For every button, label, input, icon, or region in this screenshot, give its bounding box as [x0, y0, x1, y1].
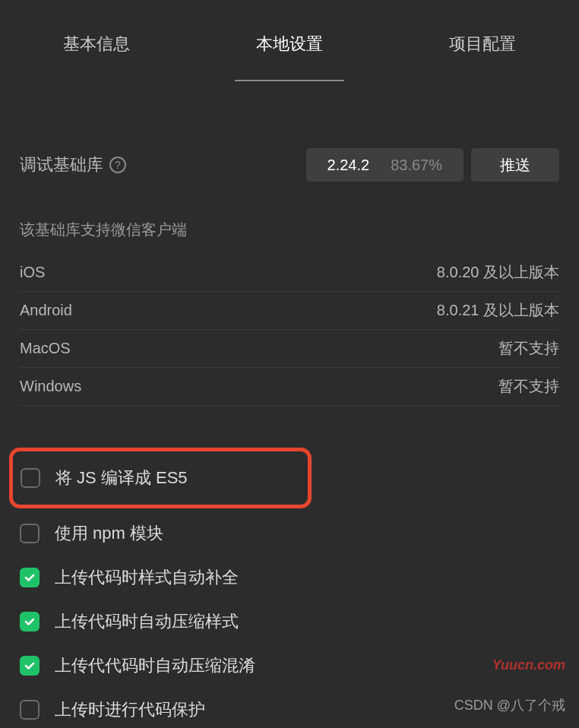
- watermark-author: CSDN @八了个戒: [454, 696, 565, 714]
- compile-options: 将 JS 编译成 ES5 使用 npm 模块 上传代码时样式自动补全 上传代码时…: [0, 448, 579, 728]
- option-row: 上传代码时自动压缩样式: [20, 600, 559, 644]
- platform-value: 8.0.21 及以上版本: [437, 300, 559, 321]
- support-row-macos: MacOS 暂不支持: [20, 330, 559, 368]
- checkbox-auto-compress-style[interactable]: [20, 612, 40, 631]
- watermark-site: Yuucn.com: [492, 657, 565, 673]
- debug-row: 调试基础库 ? 2.24.2 83.67% 推送: [20, 148, 559, 182]
- check-icon: [24, 571, 36, 584]
- tabs-bar: 基本信息 本地设置 项目配置: [0, 0, 579, 81]
- platform-label: MacOS: [20, 340, 71, 357]
- tab-project-config[interactable]: 项目配置: [428, 27, 537, 81]
- support-row-ios: iOS 8.0.20 及以上版本: [20, 254, 559, 292]
- checkbox-label: 将 JS 编译成 ES5: [55, 467, 188, 489]
- checkbox-label: 上传时进行代码保护: [55, 698, 205, 721]
- check-icon: [24, 660, 36, 672]
- option-row: 上传代代码时自动压缩混淆: [20, 644, 559, 688]
- tab-local-settings[interactable]: 本地设置: [235, 27, 344, 81]
- highlighted-option: 将 JS 编译成 ES5: [9, 448, 312, 508]
- platform-value: 8.0.20 及以上版本: [437, 262, 559, 283]
- checkbox-label: 上传代代码时自动压缩混淆: [55, 654, 255, 677]
- debug-library-label: 调试基础库: [20, 154, 103, 176]
- support-row-windows: Windows 暂不支持: [20, 368, 559, 406]
- checkbox-label: 上传代码时自动压缩样式: [55, 610, 239, 633]
- checkbox-use-npm[interactable]: [20, 524, 40, 543]
- checkbox-auto-complete-style[interactable]: [20, 568, 40, 587]
- support-note: 该基础库支持微信客户端: [20, 220, 559, 240]
- version-dropdown[interactable]: 2.24.2 83.67%: [306, 148, 464, 182]
- version-percent: 83.67%: [391, 157, 442, 174]
- support-row-android: Android 8.0.21 及以上版本: [20, 292, 559, 330]
- help-icon[interactable]: ?: [109, 157, 126, 173]
- platform-label: Android: [20, 302, 72, 319]
- checkbox-code-protection[interactable]: [20, 700, 40, 720]
- platform-value: 暂不支持: [498, 376, 559, 397]
- version-value: 2.24.2: [327, 157, 370, 174]
- platform-label: iOS: [20, 264, 45, 281]
- tab-basic-info[interactable]: 基本信息: [42, 27, 151, 81]
- checkbox-label: 上传代码时样式自动补全: [55, 566, 239, 589]
- debug-controls: 2.24.2 83.67% 推送: [306, 148, 559, 182]
- checkbox-compile-es5[interactable]: [21, 468, 40, 488]
- option-row: 上传代码时样式自动补全: [20, 555, 559, 600]
- platform-value: 暂不支持: [498, 338, 559, 359]
- push-button[interactable]: 推送: [471, 148, 559, 182]
- checkbox-auto-compress-obfuscate[interactable]: [20, 656, 40, 676]
- debug-section: 调试基础库 ? 2.24.2 83.67% 推送 该基础库支持微信客户端 iOS…: [0, 148, 579, 406]
- support-list: iOS 8.0.20 及以上版本 Android 8.0.21 及以上版本 Ma…: [20, 254, 559, 406]
- platform-label: Windows: [20, 378, 81, 395]
- checkbox-label: 使用 npm 模块: [55, 522, 163, 545]
- check-icon: [24, 616, 36, 628]
- option-row: 使用 npm 模块: [20, 511, 559, 555]
